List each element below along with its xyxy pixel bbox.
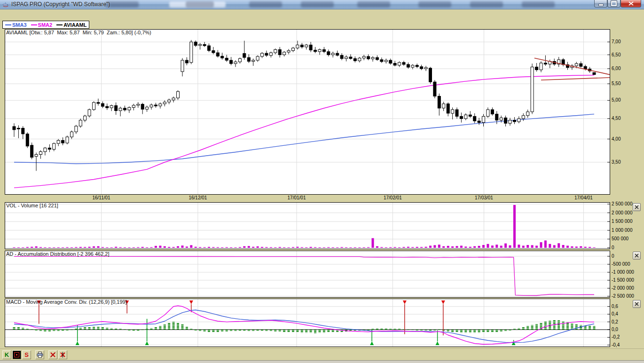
window-titlebar: ISPAG PRO (Copyright "WD Software"): [0, 0, 644, 9]
y-axis-label: 5,50: [612, 81, 620, 86]
y-axis-label: 2 000 000: [612, 210, 633, 215]
taskbar-blur-decoration: [106, 1, 139, 8]
taskbar-blur-decoration: [301, 1, 334, 8]
x-axis-label: 16/11/01: [86, 195, 117, 200]
y-axis-label: 4,50: [612, 116, 620, 121]
taskbar-blur-decoration: [357, 1, 390, 8]
y-axis-label: 3,50: [612, 159, 620, 165]
y-axis-label: 1 500 000: [612, 219, 633, 224]
legend-item-aviaaml[interactable]: AVIAAML: [56, 22, 86, 28]
volume-panel-header: VOL - Volume [16 221]: [6, 203, 58, 208]
sma2-line-swatch: [31, 24, 37, 25]
price-chart-panel[interactable]: AVIAAML [Otw.: 5,87 Max: 5,87 Min: 5,79 …: [5, 29, 610, 195]
y-axis-label: 0,2: [612, 319, 618, 324]
legend-item-sma2[interactable]: SMA2: [31, 22, 53, 28]
y-axis-label: -1 000 000: [612, 269, 634, 275]
legend-item-sma3[interactable]: SMA3: [5, 22, 27, 28]
y-axis-label: 6,00: [612, 66, 620, 71]
x-axis-label: 17/03/01: [469, 195, 499, 200]
taskbar-blur-decoration: [186, 1, 214, 8]
x-axis-label: 17/01/01: [282, 195, 312, 200]
y-axis-label: -2 000 000: [612, 285, 634, 291]
ispag-pro-window: { "window": { "title": "ISPAG PRO (Copyr…: [0, 0, 644, 363]
delete-annotation-button[interactable]: [48, 350, 57, 359]
volume-chart[interactable]: [5, 203, 610, 249]
ad-panel-close-button[interactable]: [633, 252, 641, 260]
y-axis-label: 5,00: [612, 97, 620, 103]
price-line-swatch: [56, 24, 63, 25]
close-icon: [628, 1, 634, 6]
restore-button[interactable]: [607, 0, 620, 8]
y-axis-label: -1 500 000: [612, 277, 634, 283]
java-app-icon: [2, 1, 9, 8]
bottom-edge-strip: [0, 360, 644, 363]
red-x-strike-icon: [50, 352, 56, 358]
crosshair-icon: [14, 352, 19, 357]
close-button[interactable]: [620, 0, 641, 8]
taskbar-blur-decoration: [249, 1, 282, 8]
print-button[interactable]: [35, 350, 44, 359]
minimize-button[interactable]: [594, 0, 607, 8]
printer-icon: [37, 352, 43, 358]
ad-chart[interactable]: [5, 251, 610, 297]
y-axis-label: -0,2: [612, 334, 620, 339]
statusbar-separator: [0, 348, 644, 349]
y-axis-label: 0,6: [612, 304, 618, 309]
accumulation-distribution-panel[interactable]: AD - Accumulation Distribution [-2 396 4…: [5, 251, 610, 298]
macd-panel-close-button[interactable]: [633, 300, 641, 308]
ad-panel-header: AD - Accumulation Distribution [-2 396 4…: [6, 251, 110, 257]
minimize-icon: [598, 4, 604, 6]
close-icon: [635, 302, 639, 306]
y-axis-label: 0: [612, 245, 614, 250]
delete-all-annotations-button[interactable]: [58, 350, 67, 359]
y-axis-label: 1 000 000: [612, 228, 633, 233]
x-axis-label: 17/02/01: [377, 195, 408, 200]
legend-label: AVIAAML: [63, 22, 86, 28]
sma3-line-swatch: [5, 24, 11, 25]
s-tool-button[interactable]: S: [22, 350, 31, 359]
candlestick-chart[interactable]: [5, 30, 610, 194]
taskbar-blur-decoration: [418, 1, 451, 8]
y-axis-label: 500 000: [612, 236, 628, 241]
x-axis-label: 17/04/01: [568, 195, 598, 200]
y-axis-label: -0,4: [612, 342, 620, 347]
window-title: ISPAG PRO (Copyright "WD Software"): [11, 1, 110, 8]
y-axis-label: 0,0: [612, 327, 618, 332]
indicator-legend: SMA3 SMA2 AVIAAML: [2, 21, 89, 29]
y-axis-label: 7,00: [612, 39, 620, 44]
y-axis-label: 2 500 000: [612, 201, 633, 206]
crosshair-tool-button[interactable]: [12, 350, 21, 359]
y-axis-label: 6,50: [612, 52, 620, 57]
y-axis-label: -500 000: [612, 261, 630, 267]
toolbar-statusbar: K S: [0, 349, 644, 360]
s-label: S: [24, 352, 29, 358]
k-label: K: [5, 352, 9, 358]
legend-label: SMA2: [38, 22, 53, 28]
macd-panel[interactable]: MACD - Moving Average Conv. Div. (12,26,…: [5, 299, 610, 347]
restore-icon: [611, 1, 617, 6]
y-axis-label: 0: [612, 253, 614, 259]
y-axis-label: 4,00: [612, 136, 620, 142]
k-tool-button[interactable]: K: [2, 350, 11, 359]
y-axis-label: 0,4: [612, 311, 618, 316]
price-panel-header: AVIAAML [Otw.: 5,87 Max: 5,87 Min: 5,79 …: [6, 30, 151, 35]
volume-panel-close-button[interactable]: [633, 203, 641, 211]
y-axis-label: -2 500 000: [612, 293, 634, 299]
x-axis-label: 16/12/01: [183, 195, 213, 200]
red-x-bar-icon: [60, 352, 66, 358]
legend-label: SMA3: [12, 22, 27, 28]
macd-panel-header: MACD - Moving Average Conv. Div. (12,26,…: [6, 299, 127, 305]
taskbar-blur-decoration: [470, 1, 503, 8]
macd-chart[interactable]: [5, 299, 610, 347]
taskbar-blur-decoration: [522, 1, 555, 8]
close-icon: [635, 205, 639, 209]
volume-panel[interactable]: VOL - Volume [16 221]: [5, 202, 610, 249]
close-icon: [635, 253, 639, 258]
